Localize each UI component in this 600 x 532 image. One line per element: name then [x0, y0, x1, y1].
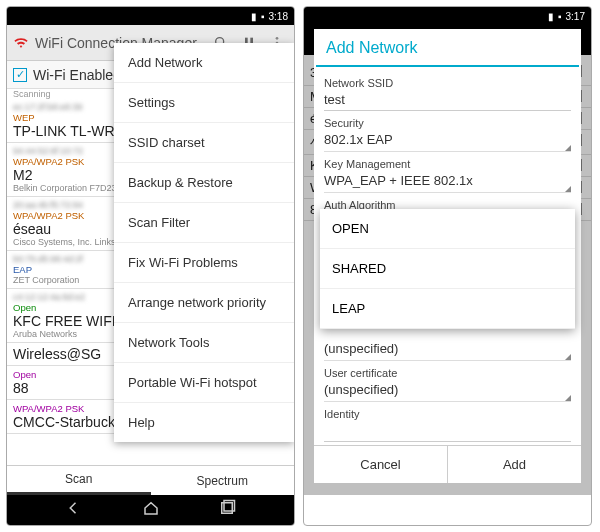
signal-icon: ▮: [548, 11, 554, 22]
ssid-input[interactable]: [324, 89, 571, 111]
security-value: 802.1x EAP: [324, 132, 393, 147]
menu-item[interactable]: Arrange network priority: [114, 283, 294, 323]
dialog-divider: [316, 65, 579, 67]
wifi-enabled-label: Wi-Fi Enabled: [33, 67, 121, 83]
usercert-spinner[interactable]: (unspecified): [324, 379, 571, 402]
dropdown-icon: [565, 354, 571, 360]
security-spinner[interactable]: 802.1x EAP: [324, 129, 571, 152]
cert-value: (unspecified): [324, 341, 398, 356]
usercert-label: User certificate: [324, 367, 571, 379]
menu-item[interactable]: Fix Wi-Fi Problems: [114, 243, 294, 283]
cert-unspecified[interactable]: (unspecified): [324, 338, 571, 361]
menu-item[interactable]: Backup & Restore: [114, 163, 294, 203]
home-button[interactable]: [142, 499, 160, 521]
status-bar: ▮ ▪ 3:18: [7, 7, 294, 25]
menu-item[interactable]: Settings: [114, 83, 294, 123]
identity-input[interactable]: [324, 420, 571, 442]
security-label: Security: [324, 117, 571, 129]
menu-item[interactable]: Network Tools: [114, 323, 294, 363]
dropdown-option[interactable]: SHARED: [320, 249, 575, 289]
menu-item[interactable]: Portable Wi-Fi hotspot: [114, 363, 294, 403]
wifi-logo-icon: [13, 36, 29, 50]
cancel-button[interactable]: Cancel: [314, 446, 447, 483]
battery-icon: ▪: [261, 11, 265, 22]
menu-item[interactable]: SSID charset: [114, 123, 294, 163]
dropdown-icon: [565, 186, 571, 192]
recent-button[interactable]: [218, 499, 236, 521]
tab-scan[interactable]: Scan: [7, 466, 151, 495]
bottom-tabs: Scan Spectrum: [7, 465, 294, 495]
usercert-value: (unspecified): [324, 382, 398, 397]
menu-item[interactable]: Scan Filter: [114, 203, 294, 243]
status-time: 3:17: [566, 11, 585, 22]
dropdown-icon: [565, 145, 571, 151]
auth-dropdown: OPENSHAREDLEAP: [320, 209, 575, 329]
back-button[interactable]: [65, 499, 83, 521]
status-bar: ▮ ▪ 3:17: [304, 7, 591, 25]
dialog-title: Add Network: [314, 29, 581, 65]
keymgmt-spinner[interactable]: WPA_EAP + IEEE 802.1x: [324, 170, 571, 193]
tab-spectrum[interactable]: Spectrum: [151, 466, 295, 495]
add-button[interactable]: Add: [447, 446, 581, 483]
keymgmt-label: Key Management: [324, 158, 571, 170]
android-navbar: [7, 495, 294, 525]
battery-icon: ▪: [558, 11, 562, 22]
dropdown-icon: [565, 395, 571, 401]
menu-item[interactable]: Add Network: [114, 43, 294, 83]
dropdown-option[interactable]: OPEN: [320, 209, 575, 249]
menu-item[interactable]: Help: [114, 403, 294, 442]
svg-point-4: [276, 37, 279, 40]
ssid-label: Network SSID: [324, 77, 571, 89]
overflow-menu: Add NetworkSettingsSSID charsetBackup & …: [114, 43, 294, 442]
keymgmt-value: WPA_EAP + IEEE 802.1x: [324, 173, 473, 188]
right-phone-frame: ▮ ▪ 3:17 3樓M2ésea小明KFCWire88 Add Network…: [303, 6, 592, 526]
dialog-buttons: Cancel Add: [314, 445, 581, 483]
identity-label: Identity: [324, 408, 571, 420]
dropdown-option[interactable]: LEAP: [320, 289, 575, 329]
left-phone-frame: ▮ ▪ 3:18 WiFi Connection Manager ✓ Wi-Fi…: [6, 6, 295, 526]
signal-icon: ▮: [251, 11, 257, 22]
checkbox-icon[interactable]: ✓: [13, 68, 27, 82]
add-network-dialog: Add Network Network SSID Security 802.1x…: [314, 29, 581, 483]
status-time: 3:18: [269, 11, 288, 22]
